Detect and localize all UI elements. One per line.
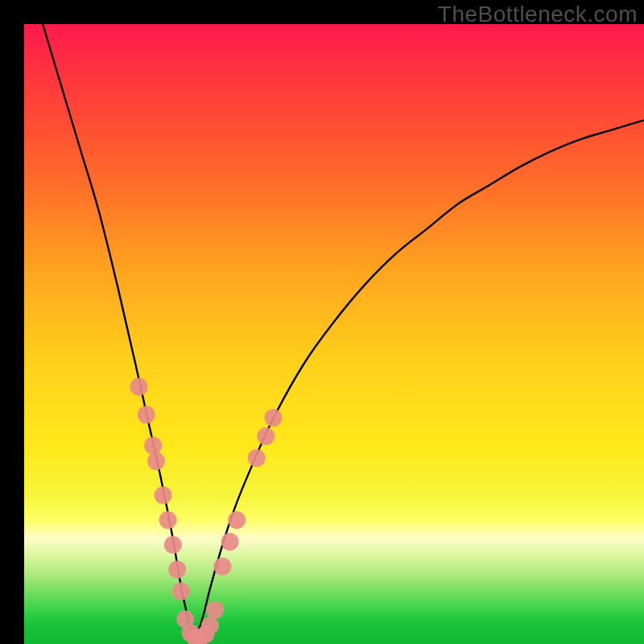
watermark-text: TheBottleneck.com [438,2,638,27]
plot-area [24,24,644,644]
chart-frame: TheBottleneck.com [0,0,644,644]
